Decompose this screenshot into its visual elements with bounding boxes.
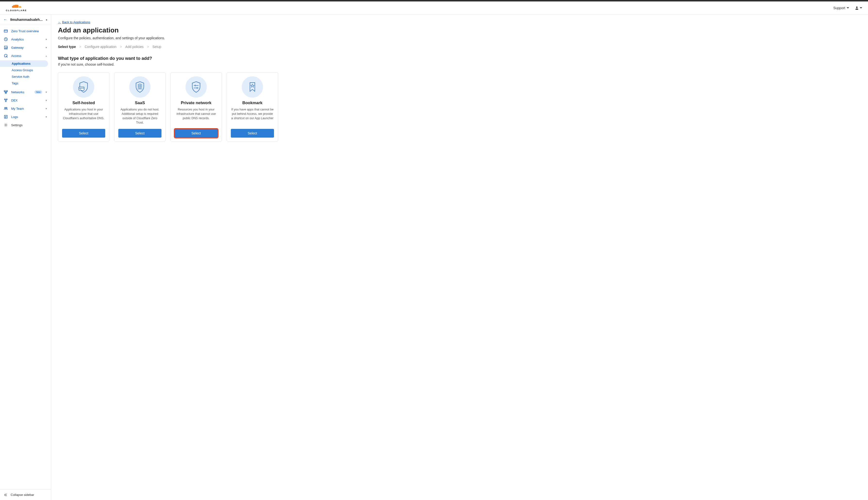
access-subnav: Applications Access Groups Service Auth … [0, 60, 51, 88]
svg-point-11 [5, 101, 6, 102]
collapse-icon [4, 493, 7, 497]
team-icon [4, 106, 8, 111]
sidebar-item-analytics[interactable]: Analytics ▾ [0, 35, 51, 43]
svg-point-13 [6, 107, 7, 108]
section-hint: If you're not sure, choose self-hosted. [58, 62, 861, 66]
private-network-icon [186, 76, 207, 98]
svg-point-5 [6, 56, 7, 57]
sidebar-item-gateway[interactable]: Gateway ▾ [0, 43, 51, 52]
header: CLOUDFLARE Support [0, 1, 868, 14]
header-right: Support [833, 6, 862, 10]
svg-point-0 [856, 7, 858, 8]
svg-rect-6 [4, 91, 5, 92]
arrow-left-icon: ← [58, 20, 61, 24]
support-label: Support [833, 6, 845, 10]
nav-label: Logs [11, 115, 42, 119]
chevron-down-icon: ▾ [46, 38, 47, 41]
subnav-item-tags[interactable]: Tags [0, 80, 51, 87]
logs-icon [4, 115, 8, 119]
new-badge: New [34, 90, 42, 94]
svg-point-10 [6, 99, 7, 100]
card-title: Bookmark [242, 101, 262, 105]
sidebar-item-settings[interactable]: Settings [0, 121, 51, 129]
nav-label: Gateway [11, 46, 42, 49]
select-bookmark-button[interactable]: Select [231, 129, 274, 138]
account-name: 9muhammadsaleh... [10, 18, 43, 22]
card-icon [4, 29, 8, 33]
user-icon [855, 6, 859, 10]
collapse-sidebar-button[interactable]: Collapse sidebar [0, 489, 51, 500]
page-subtitle: Configure the policies, authentication, … [58, 36, 861, 40]
svg-point-18 [5, 125, 7, 126]
card-private-network: Private network Resources you host in yo… [170, 72, 222, 142]
subnav-item-applications[interactable]: Applications [0, 60, 48, 67]
gear-icon [4, 123, 8, 127]
chevron-up-icon: ▴ [46, 54, 47, 57]
nav-label: Zero Trust overview [11, 29, 47, 33]
breadcrumb-separator: > [79, 45, 81, 49]
card-self-hosted: Self-hosted Applications you host in you… [58, 72, 109, 142]
step-select-type[interactable]: Select type [58, 45, 76, 49]
card-saas: SaaS Applications you do not host. Addit… [114, 72, 166, 142]
chevron-right-icon: ▸ [46, 18, 47, 21]
access-icon [4, 54, 8, 58]
layout: ← 9muhammadsaleh... ▸ Zero Trust overvie… [0, 14, 868, 500]
subnav-item-access-groups[interactable]: Access Groups [0, 67, 51, 73]
nav-label: My Team [11, 107, 42, 111]
card-bookmark: Bookmark If you have apps that cannot be… [227, 72, 278, 142]
breadcrumb-separator: > [120, 45, 122, 49]
svg-rect-26 [139, 86, 141, 88]
sidebar-item-logs[interactable]: Logs ▾ [0, 113, 51, 121]
back-to-applications-link[interactable]: ← Back to Applications [58, 20, 90, 24]
self-hosted-icon [73, 76, 94, 98]
account-dropdown[interactable] [855, 6, 862, 10]
select-saas-button[interactable]: Select [118, 129, 162, 138]
card-title: Self-hosted [73, 101, 95, 105]
nav-label: DEX [11, 99, 42, 102]
bookmark-icon [242, 76, 263, 98]
sidebar-top: ← 9muhammadsaleh... ▸ Zero Trust overvie… [0, 14, 51, 131]
cloudflare-icon [11, 4, 22, 9]
sidebar-item-dex[interactable]: DEX ▾ [0, 96, 51, 104]
chevron-down-icon: ▾ [46, 46, 47, 49]
card-description: Applications you host in your infrastruc… [62, 107, 105, 125]
step-add-policies: Add policies [125, 45, 144, 49]
account-selector[interactable]: ← 9muhammadsaleh... ▸ [0, 14, 51, 25]
back-link-text: Back to Applications [62, 20, 90, 24]
dex-icon [4, 98, 8, 102]
sidebar-item-networks[interactable]: Networks New ▾ [0, 88, 51, 96]
gateway-icon [4, 46, 8, 49]
logo-text: CLOUDFLARE [6, 9, 27, 12]
chevron-down-icon: ▾ [46, 99, 47, 102]
step-configure-application: Configure application [85, 45, 116, 49]
caret-down-icon [860, 7, 862, 9]
sidebar-item-zero-trust-overview[interactable]: Zero Trust overview [0, 27, 51, 35]
svg-point-12 [4, 107, 5, 108]
svg-point-9 [4, 99, 5, 100]
caret-down-icon [847, 7, 849, 9]
subnav-item-service-auth[interactable]: Service Auth [0, 73, 51, 80]
page-title: Add an application [58, 26, 861, 34]
svg-rect-25 [139, 84, 141, 86]
collapse-label: Collapse sidebar [11, 493, 34, 497]
card-description: If you have apps that cannot be put behi… [231, 107, 274, 125]
wizard-steps: Select type > Configure application > Ad… [58, 45, 861, 49]
main-content: ← Back to Applications Add an applicatio… [51, 14, 868, 500]
logo[interactable]: CLOUDFLARE [6, 4, 27, 12]
sidebar-item-my-team[interactable]: My Team ▾ [0, 104, 51, 113]
breadcrumb-separator: > [147, 45, 149, 49]
card-title: Private network [181, 101, 212, 105]
select-private-network-button[interactable]: Select [175, 129, 218, 138]
svg-rect-1 [4, 30, 8, 32]
svg-rect-7 [6, 91, 8, 92]
support-dropdown[interactable]: Support [833, 6, 849, 10]
svg-rect-8 [5, 92, 7, 93]
card-description: Resources you host in your infrastructur… [175, 107, 218, 125]
saas-icon [129, 76, 151, 98]
select-self-hosted-button[interactable]: Select [62, 129, 105, 138]
card-description: Applications you do not host. Additional… [118, 107, 162, 125]
application-type-cards: Self-hosted Applications you host in you… [58, 72, 861, 142]
card-title: SaaS [135, 101, 145, 105]
sidebar-item-access[interactable]: Access ▴ [0, 52, 51, 60]
network-icon [4, 90, 8, 94]
